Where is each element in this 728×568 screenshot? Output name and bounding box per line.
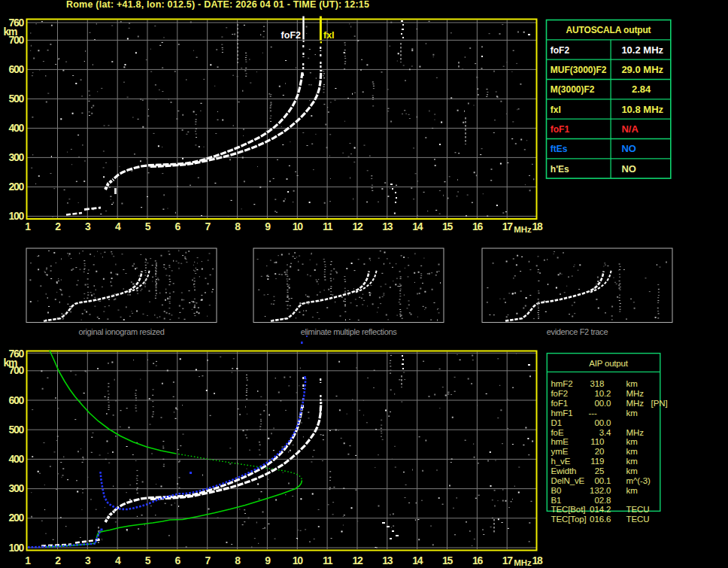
svg-text:10: 10 [293,554,303,566]
svg-text:Rome (lat: +41.8, lon: 012.5): Rome (lat: +41.8, lon: 012.5) - DATE: 20… [66,0,369,10]
svg-text:200: 200 [9,181,25,193]
svg-text:20: 20 [595,447,605,456]
svg-text:16: 16 [472,554,483,566]
svg-text:014.2: 014.2 [590,505,611,514]
svg-text:foF1: foF1 [551,399,569,408]
svg-text:m^(-3): m^(-3) [626,476,651,485]
svg-text:18: 18 [532,554,543,566]
svg-text:hmF2: hmF2 [551,379,573,388]
svg-text:AUTOSCALA output: AUTOSCALA output [566,25,651,35]
svg-text:NO: NO [621,163,636,175]
svg-text:400: 400 [9,122,25,134]
svg-text:10.2: 10.2 [594,389,611,398]
svg-text:h_vE: h_vE [551,457,571,466]
svg-text:400: 400 [9,453,25,465]
svg-text:TEC[Bot]: TEC[Bot] [551,505,586,514]
svg-text:fxI: fxI [323,30,335,41]
svg-text:14: 14 [412,554,423,566]
svg-text:B0: B0 [551,486,562,495]
svg-text:foF2: foF2 [281,30,301,41]
svg-text:300: 300 [9,482,25,494]
svg-text:foE: foE [551,428,564,437]
svg-text:2.84: 2.84 [632,84,651,95]
svg-text:11: 11 [323,554,333,566]
svg-text:fxI: fxI [551,105,561,115]
svg-text:M(3000)F2: M(3000)F2 [551,84,595,95]
svg-text:3.4: 3.4 [599,428,611,437]
svg-text:100: 100 [9,210,25,222]
svg-text:132.0: 132.0 [590,486,611,495]
svg-text:km: km [626,466,638,475]
svg-text:11: 11 [323,220,333,232]
svg-text:km: km [626,486,638,495]
svg-text:km: km [626,457,638,466]
svg-text:13: 13 [382,220,393,232]
svg-text:119: 119 [590,457,604,466]
svg-text:17: 17 [502,220,513,232]
svg-text:12: 12 [353,220,363,232]
svg-text:02.8: 02.8 [594,496,611,505]
svg-text:13: 13 [382,554,393,566]
svg-text:14: 14 [412,220,423,232]
svg-text:10.8 MHz: 10.8 MHz [621,104,663,115]
svg-text:ftEs: ftEs [551,144,568,154]
svg-text:foF2: foF2 [551,389,569,398]
svg-text:eliminate multiple reflections: eliminate multiple reflections [301,327,398,336]
svg-text:110: 110 [590,437,604,446]
svg-text:evidence F2 trace: evidence F2 trace [547,327,608,336]
svg-text:MHz: MHz [626,399,645,408]
svg-text:AIP output: AIP output [589,359,629,368]
svg-text:500: 500 [9,93,25,105]
svg-text:TEC[Top]: TEC[Top] [551,515,587,524]
svg-text:MHz: MHz [626,389,645,398]
svg-text:300: 300 [9,151,25,163]
svg-text:25: 25 [595,466,605,475]
svg-text:12: 12 [353,554,363,566]
svg-text:original ionogram resized: original ionogram resized [78,327,164,336]
svg-text:MHz: MHz [514,225,532,234]
svg-text:600: 600 [9,63,25,75]
svg-text:016.6: 016.6 [590,515,611,524]
svg-text:Ewidth: Ewidth [551,466,577,475]
svg-text:h'Es: h'Es [551,164,569,175]
svg-text:hmE: hmE [551,437,569,446]
svg-text:16: 16 [472,220,483,232]
svg-text:km: km [626,409,638,418]
svg-text:NO: NO [621,143,636,154]
svg-text:18: 18 [532,220,543,232]
svg-text:600: 600 [9,394,25,406]
svg-text:hmF1: hmF1 [551,409,573,418]
svg-text:17: 17 [502,554,513,566]
svg-text:00.1: 00.1 [594,476,611,485]
svg-text:29.0 MHz: 29.0 MHz [621,64,663,75]
svg-text:MHz: MHz [514,558,532,567]
svg-text:km: km [626,447,638,456]
svg-text:100: 100 [9,542,25,554]
svg-text:500: 500 [9,424,25,436]
svg-text:km: km [4,357,17,369]
svg-text:foF2: foF2 [551,45,570,56]
svg-text:km: km [626,379,638,388]
svg-text:---: --- [589,409,597,418]
svg-text:km: km [626,437,638,446]
svg-text:TECU: TECU [626,515,650,524]
svg-text:[PN]: [PN] [651,399,668,408]
svg-text:10.2 MHz: 10.2 MHz [621,44,663,56]
svg-text:00.0: 00.0 [594,418,611,427]
svg-text:MUF(3000)F2: MUF(3000)F2 [551,65,607,75]
svg-text:D1: D1 [551,418,563,427]
svg-text:15: 15 [442,554,453,566]
svg-text:10: 10 [293,220,303,232]
svg-text:N/A: N/A [621,123,639,135]
svg-text:200: 200 [9,512,25,524]
svg-text:foF1: foF1 [551,124,570,135]
svg-text:15: 15 [442,220,453,232]
svg-text:00.0: 00.0 [594,399,611,408]
svg-text:ymE: ymE [551,447,569,456]
svg-text:MHz: MHz [626,428,645,437]
svg-text:B1: B1 [551,496,562,505]
svg-text:km: km [4,26,17,38]
svg-text:TECU: TECU [626,505,650,514]
svg-text:DelN_vE: DelN_vE [551,476,585,485]
svg-text:318: 318 [590,379,604,388]
